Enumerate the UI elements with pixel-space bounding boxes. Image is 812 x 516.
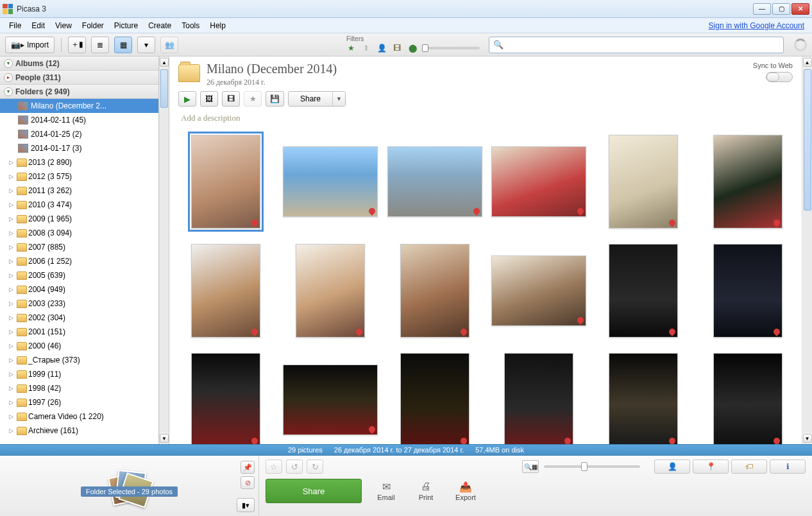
tray-clear-button[interactable]: ⊘ (241, 476, 255, 489)
sidebar-year-item[interactable]: ▷2008 (3 094) (0, 226, 158, 240)
photo-thumbnail[interactable] (491, 255, 586, 326)
sidebar-section-people[interactable]: ▸ People (311) (0, 71, 158, 85)
save-button[interactable]: 💾 (266, 91, 284, 107)
filter-faces-button[interactable]: 👤 (376, 42, 387, 54)
menu-view[interactable]: View (50, 19, 77, 32)
tag-people-button[interactable]: 👤 (654, 460, 690, 474)
people-button[interactable]: 👥 (160, 37, 178, 53)
import-button[interactable]: 📷▸ Import (5, 37, 55, 53)
tags-button[interactable]: 🏷 (731, 460, 767, 474)
rotate-cw-button[interactable]: ↻ (307, 460, 323, 474)
photo-thumbnail[interactable] (283, 146, 378, 217)
sidebar-year-item[interactable]: ▷2005 (639) (0, 268, 158, 282)
tray-add-to-button[interactable]: ▮▾ (237, 498, 255, 512)
photo-thumbnail[interactable] (504, 353, 573, 444)
menu-file[interactable]: File (4, 19, 26, 32)
filter-geo-button[interactable]: ⬤ (407, 42, 418, 54)
filter-starred-button[interactable]: ★ (345, 42, 357, 54)
menu-create[interactable]: Create (143, 19, 176, 32)
sidebar-year-item[interactable]: ▷_Старые (373) (0, 353, 158, 367)
sidebar-year-item[interactable]: ▷1997 (26) (0, 395, 158, 409)
signin-link[interactable]: Sign in with Google Account (709, 21, 804, 30)
sidebar-year-item[interactable]: ▷1998 (42) (0, 381, 158, 395)
search-box[interactable]: 🔍 (489, 37, 784, 53)
sidebar-year-item[interactable]: ▷2001 (151) (0, 325, 158, 339)
toggle-knob[interactable] (766, 73, 779, 82)
geotag-button[interactable]: 📍 (693, 460, 729, 474)
share-button[interactable]: Share (266, 479, 362, 503)
export-button[interactable]: 📤 Export (450, 481, 481, 501)
photo-thumbnail[interactable] (191, 244, 260, 338)
photo-thumbnail[interactable] (400, 244, 469, 338)
sidebar-year-item[interactable]: ▷2004 (949) (0, 282, 158, 297)
sidebar-item[interactable]: 2014-02-11 (45) (0, 113, 158, 127)
search-input[interactable] (507, 40, 779, 49)
sidebar-year-item[interactable]: ▷2003 (233) (0, 297, 158, 311)
filter-movies-button[interactable]: 🎞 (391, 42, 403, 54)
photo-thumbnail[interactable] (713, 244, 782, 338)
sidebar-scrollbar[interactable]: ▲ ▼ (159, 56, 169, 444)
sidebar-year-item[interactable]: ▷2002 (304) (0, 311, 158, 325)
sidebar-year-item[interactable]: ▷2007 (885) (0, 240, 158, 254)
slideshow-button[interactable]: ▶ (178, 91, 196, 107)
sidebar-year-item[interactable]: ▷2006 (1 252) (0, 254, 158, 268)
photo-thumbnail[interactable] (609, 244, 678, 338)
photo-thumbnail[interactable] (609, 135, 678, 228)
rotate-ccw-button[interactable]: ↺ (286, 460, 303, 474)
properties-button[interactable]: ℹ (770, 460, 806, 474)
scroll-track[interactable] (803, 68, 812, 433)
menu-tools[interactable]: Tools (176, 19, 205, 32)
photo-thumbnail[interactable] (713, 135, 782, 228)
movie-button[interactable]: 🎞 (222, 91, 240, 107)
sidebar-year-item[interactable]: ▷Archieve (161) (0, 424, 158, 438)
zoom-fit-button[interactable]: 🔍▦ (522, 460, 539, 473)
sidebar-year-item[interactable]: ▷2012 (3 575) (0, 169, 158, 184)
sidebar-year-item[interactable]: ▷Camera Video (1 220) (0, 409, 158, 424)
menu-picture[interactable]: Picture (109, 19, 143, 32)
scroll-up-button[interactable]: ▲ (803, 58, 812, 67)
zoom-slider[interactable] (544, 465, 640, 468)
photo-thumbnail[interactable] (400, 353, 469, 444)
sidebar-item-milano[interactable]: Milano (December 2... (0, 99, 158, 113)
sidebar-year-item[interactable]: ▷2009 (1 965) (0, 212, 158, 226)
slider-knob[interactable] (422, 44, 428, 52)
view-thumbs-button[interactable]: ▦ (114, 37, 132, 53)
collage-button[interactable]: 🖼 (200, 91, 218, 107)
sidebar-year-item[interactable]: ▷1999 (11) (0, 367, 158, 381)
tray-hold-button[interactable]: 📌 (241, 461, 255, 474)
scroll-down-button[interactable]: ▼ (803, 434, 812, 443)
sync-to-web-toggle[interactable] (766, 72, 793, 82)
star-toggle-button[interactable]: ☆ (266, 460, 282, 474)
maximize-button[interactable]: ▢ (772, 3, 790, 15)
menu-folder[interactable]: Folder (77, 19, 109, 32)
sidebar-year-item[interactable]: ▷2011 (3 262) (0, 184, 158, 198)
photo-tray[interactable]: Folder Selected - 29 photos 📌 ⊘ ▮▾ (0, 456, 259, 516)
filter-uploaded-button[interactable]: ⬆ (360, 42, 372, 54)
minimize-button[interactable]: — (753, 3, 771, 15)
share-dropdown-button[interactable]: Share ▼ (288, 91, 346, 107)
sidebar-year-item[interactable]: ▷2013 (2 890) (0, 155, 158, 169)
photo-thumbnail[interactable] (191, 353, 260, 444)
print-button[interactable]: 🖨 Print (410, 481, 441, 501)
folder-tree[interactable]: Milano (December 2... 2014-02-11 (45) 20… (0, 99, 158, 444)
scroll-track[interactable] (160, 68, 169, 433)
zoom-knob[interactable] (581, 462, 588, 471)
star-button[interactable]: ★ (244, 91, 262, 107)
scroll-down-button[interactable]: ▼ (160, 434, 169, 443)
photo-thumbnail[interactable] (491, 146, 586, 217)
close-button[interactable]: ✕ (791, 3, 809, 15)
sidebar-section-albums[interactable]: ▾ Albums (12) (0, 56, 158, 71)
content-scrollbar[interactable]: ▲ ▼ (802, 56, 812, 444)
menu-edit[interactable]: Edit (26, 19, 50, 32)
scroll-up-button[interactable]: ▲ (160, 58, 169, 67)
folder-description-input[interactable]: Add a description (169, 112, 802, 127)
view-list-button[interactable]: ≣ (91, 37, 109, 53)
sidebar-year-item[interactable]: ▷2000 (46) (0, 339, 158, 353)
photo-thumbnail[interactable] (191, 135, 260, 228)
filter-date-slider[interactable] (422, 47, 480, 49)
photo-thumbnail[interactable] (296, 244, 365, 338)
scroll-thumb[interactable] (160, 69, 168, 108)
view-options-dropdown[interactable]: ▾ (137, 37, 155, 53)
sidebar-year-item[interactable]: ▷2010 (3 474) (0, 198, 158, 212)
photo-thumbnail[interactable] (609, 353, 678, 444)
